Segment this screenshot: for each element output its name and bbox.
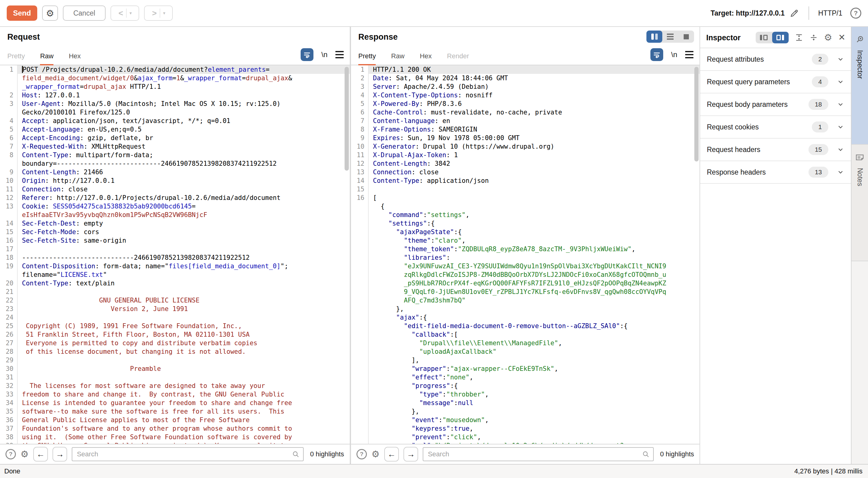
code-line: 25 Copyright (C) 1989, 1991 Free Softwar… — [0, 322, 350, 330]
inspector-close-icon[interactable]: ✕ — [838, 33, 845, 42]
main-area: Request PrettyRawHex \n 1POST /Projects/… — [0, 27, 868, 464]
response-editor[interactable]: 1HTTP/1.1 200 OK2Date: Sat, 04 May 2024 … — [351, 65, 700, 444]
request-editor[interactable]: 1POST /Projects/drupal-10.2.6/media/add/… — [0, 65, 350, 444]
code-line: 27 Everyone is permitted to copy and dis… — [0, 339, 350, 347]
line-content: GNU GENERAL PUBLIC LICENSE — [18, 296, 350, 305]
search-help-icon[interactable]: ? — [5, 449, 16, 459]
scrollbar-thumb[interactable] — [694, 67, 699, 161]
line-content: "keypress":true, — [369, 424, 700, 433]
section-label: Request headers — [707, 146, 760, 154]
collapse-all-icon[interactable] — [809, 33, 818, 42]
chevron-down-icon[interactable] — [837, 146, 844, 153]
search-previous-button[interactable]: ← — [33, 447, 48, 461]
show-newlines-toggle-icon[interactable]: \n — [671, 50, 677, 59]
send-settings-gear-button[interactable]: ⚙ — [42, 5, 58, 21]
line-number — [351, 322, 369, 330]
send-button[interactable]: Send — [7, 5, 37, 21]
previous-request-button[interactable]: < ▾ — [111, 5, 139, 21]
code-line: "message":null — [351, 399, 700, 407]
dock-right-button[interactable] — [772, 32, 789, 43]
line-number: 39 — [0, 441, 18, 444]
inspector-section-request-body-parameters[interactable]: Request body parameters18 — [700, 93, 851, 116]
inspector-section-request-cookies[interactable]: Request cookies1 — [700, 116, 851, 139]
search-next-button[interactable]: → — [403, 447, 418, 461]
tab-raw[interactable]: Raw — [40, 52, 54, 65]
help-icon[interactable]: ? — [850, 8, 861, 19]
chevron-down-icon[interactable] — [837, 78, 844, 86]
response-search-input[interactable] — [423, 447, 654, 461]
tab-raw[interactable]: Raw — [391, 52, 404, 65]
line-content: Accept: application/json, text/javascrip… — [18, 117, 350, 125]
line-content: Content-Type: multipart/form-data; — [18, 151, 350, 159]
word-wrap-toggle-icon[interactable] — [301, 48, 313, 61]
chevron-down-icon[interactable] — [837, 169, 844, 176]
tab-hex[interactable]: Hex — [69, 52, 81, 65]
code-line: "ajax":{ — [351, 313, 700, 322]
request-search-input[interactable] — [72, 447, 304, 461]
response-scrollbar[interactable] — [694, 66, 699, 443]
line-number — [351, 296, 369, 305]
request-search-bar: ? ⚙ ← → 0 highlights — [0, 444, 350, 464]
editor-menu-icon[interactable] — [685, 51, 693, 58]
line-number — [0, 211, 18, 219]
code-line: _wrapper_format=drupal_ajax HTTP/1.1 — [0, 82, 350, 91]
cancel-button[interactable]: Cancel — [63, 5, 105, 21]
side-tab-notes[interactable]: Notes — [851, 144, 868, 261]
chevron-down-icon[interactable] — [837, 123, 844, 131]
editor-menu-icon[interactable] — [335, 51, 344, 58]
side-tab-inspector[interactable]: Inspector — [851, 27, 868, 144]
inspector-section-response-headers[interactable]: Response headers13 — [700, 161, 851, 184]
inspector-settings-gear-icon[interactable]: ⚙ — [824, 33, 832, 42]
code-line: "ajaxPageState":{ — [351, 228, 700, 236]
line-content: X-Powered-By: PHP/8.3.6 — [369, 99, 700, 108]
search-next-button[interactable]: → — [53, 447, 67, 461]
inspector-section-request-attributes[interactable]: Request attributes2 — [700, 48, 851, 71]
line-content: Host: 127.0.0.1 — [18, 91, 350, 99]
word-wrap-toggle-icon[interactable] — [650, 48, 663, 61]
code-line: 33freedom to share and change it. By con… — [0, 390, 350, 399]
inspector-section-request-query-parameters[interactable]: Request query parameters4 — [700, 71, 851, 93]
tab-pretty[interactable]: Pretty — [7, 52, 25, 65]
tab-hex[interactable]: Hex — [420, 52, 432, 65]
line-number: 37 — [0, 424, 18, 433]
search-settings-gear-icon[interactable]: ⚙ — [371, 450, 380, 459]
code-line: AFQ_c7md3shm7bQ" — [351, 296, 700, 305]
request-scrollbar[interactable] — [345, 66, 349, 443]
line-number — [351, 399, 369, 407]
edit-target-pencil-icon[interactable] — [789, 8, 799, 18]
scrollbar-thumb[interactable] — [345, 67, 349, 171]
layout-single-button[interactable] — [678, 31, 694, 43]
expand-all-icon[interactable] — [795, 33, 803, 42]
chevron-down-icon[interactable] — [837, 101, 844, 108]
search-help-icon[interactable]: ? — [356, 449, 367, 459]
status-bar: Done 4,276 bytes | 428 millis — [0, 464, 868, 478]
line-content: "ajax":{ — [369, 313, 700, 322]
code-line: 3Server: Apache/2.4.59 (Debian) — [351, 82, 700, 91]
line-number — [351, 330, 369, 339]
line-content: software--to make sure the software is f… — [18, 407, 350, 416]
chevron-down-icon[interactable] — [837, 56, 844, 63]
line-content: Content-language: en — [369, 117, 700, 125]
tab-render[interactable]: Render — [447, 52, 469, 65]
search-previous-button[interactable]: ← — [384, 447, 399, 461]
line-content: Version 2, June 1991 — [18, 305, 350, 313]
search-settings-gear-icon[interactable]: ⚙ — [21, 450, 29, 459]
code-line: 8Content-Type: multipart/form-data; — [0, 151, 350, 159]
line-number — [351, 424, 369, 433]
inspector-section-request-headers[interactable]: Request headers15 — [700, 139, 851, 161]
line-content — [18, 245, 350, 253]
next-request-button[interactable]: > ▾ — [144, 5, 173, 21]
line-content: }, — [369, 407, 700, 416]
code-line: "progress":{ — [351, 382, 700, 390]
line-number: 21 — [0, 288, 18, 296]
code-line: 35software--to make sure the software is… — [0, 407, 350, 416]
dock-left-button[interactable] — [756, 32, 772, 43]
status-text: Done — [4, 467, 21, 475]
show-newlines-toggle-icon[interactable]: \n — [321, 50, 328, 59]
section-count-badge: 13 — [808, 167, 828, 178]
line-content: "wrapper":"ajax-wrapper--CFoEkE9TnSk", — [369, 364, 700, 373]
http-version-selector[interactable]: HTTP/1 — [818, 9, 842, 18]
layout-columns-button[interactable] — [646, 31, 662, 43]
layout-rows-button[interactable] — [662, 31, 678, 43]
tab-pretty[interactable]: Pretty — [358, 52, 376, 65]
